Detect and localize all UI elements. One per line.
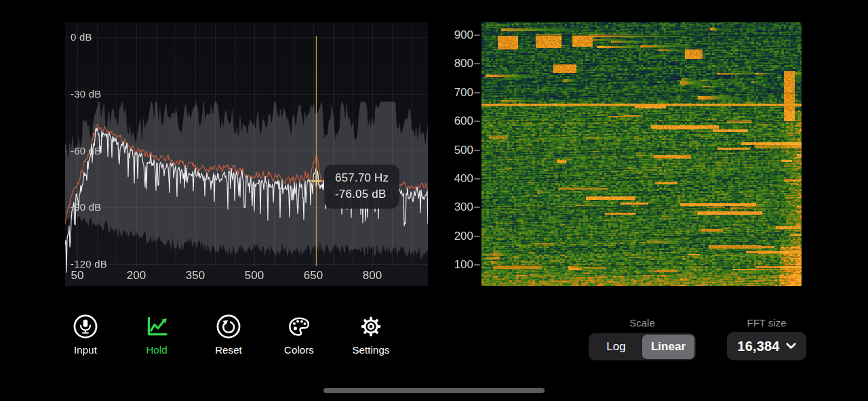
spectrogram-axis-tick (474, 236, 480, 237)
spectrogram-plot[interactable] (481, 22, 802, 286)
tooltip-level: -76.05 dB (335, 186, 389, 203)
reset-button[interactable]: Reset (197, 312, 260, 356)
spectrogram-axis-label: 300 (435, 200, 473, 214)
spectrogram-axis-tick (474, 35, 480, 36)
input-button[interactable]: Input (54, 312, 117, 356)
spectrogram-axis-tick (474, 63, 480, 64)
hold-button[interactable]: Hold (125, 312, 188, 356)
fft-size-label: FFT size (727, 317, 806, 329)
chevron-down-icon (786, 343, 796, 350)
colors-button[interactable]: Colors (268, 312, 330, 356)
spectrogram-axis-tick (474, 92, 480, 93)
spectrogram-axis-label: 500 (435, 144, 473, 157)
palette-icon (284, 312, 314, 341)
spectrogram-axis-tick (474, 150, 480, 151)
spectrum-analyzer-panel: 0 dB-30 dB-60 dB-90 dB-120 dB 5020035050… (65, 22, 428, 286)
spectrogram-axis-label: 200 (435, 230, 473, 243)
home-indicator[interactable] (323, 388, 545, 393)
spectrogram-axis-label: 400 (435, 172, 473, 186)
chart-line-icon (142, 312, 172, 341)
spectrogram-axis-tick (474, 178, 480, 180)
cursor-tooltip: 657.70 Hz -76.05 dB (324, 165, 399, 209)
spectrogram-panel (481, 22, 802, 286)
settings-button[interactable]: Settings (340, 312, 402, 356)
hold-label: Hold (146, 344, 167, 356)
spectrogram-axis-label: 100 (435, 258, 473, 272)
scale-option-linear[interactable]: Linear (642, 335, 694, 359)
fft-size-dropdown[interactable]: 16,384 (727, 332, 806, 360)
spectrogram-axis-tick (474, 207, 480, 208)
settings-label: Settings (353, 344, 390, 356)
gear-icon (356, 312, 386, 341)
spectrogram-axis-tick (474, 121, 480, 122)
scale-segmented-control: Log Linear (589, 333, 696, 360)
spectrogram-axis-label: 900 (435, 28, 473, 42)
spectrum-plot[interactable] (65, 22, 428, 286)
scale-option-log[interactable]: Log (590, 335, 642, 359)
colors-label: Colors (284, 344, 314, 356)
rotate-ccw-icon (214, 312, 243, 341)
input-label: Input (74, 344, 97, 356)
spectrogram-axis-label: 800 (435, 57, 473, 70)
microphone-icon (71, 312, 100, 341)
spectrogram-axis-tick (474, 264, 480, 266)
reset-label: Reset (215, 344, 242, 356)
tooltip-frequency: 657.70 Hz (335, 170, 389, 186)
spectrogram-axis-label: 700 (435, 86, 473, 100)
app-root: 0 dB-30 dB-60 dB-90 dB-120 dB 5020035050… (0, 0, 868, 401)
fft-size-value: 16,384 (737, 339, 779, 354)
scale-label: Scale (589, 317, 696, 329)
spectrogram-axis-label: 600 (435, 114, 473, 128)
